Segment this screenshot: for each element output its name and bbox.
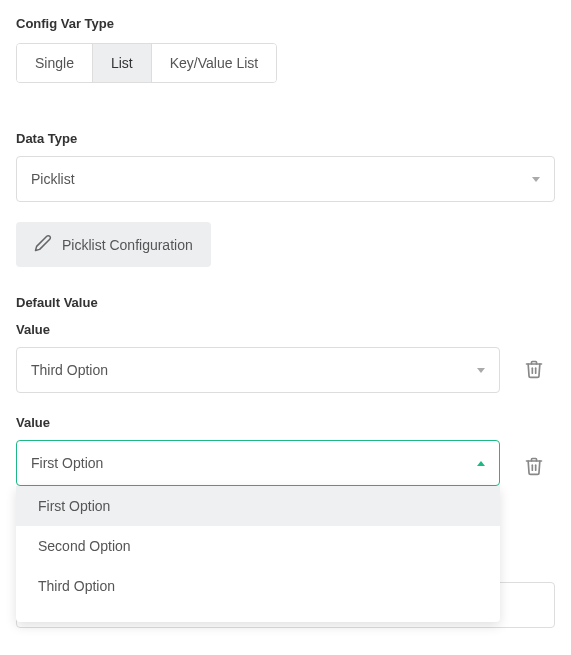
option-third[interactable]: Third Option — [16, 566, 500, 606]
config-var-type-toggle: Single List Key/Value List — [16, 43, 277, 83]
trash-icon — [524, 359, 544, 382]
value-block-2: Value First Option First Option Second O… — [16, 415, 555, 486]
option-second[interactable]: Second Option — [16, 526, 500, 566]
chevron-down-icon — [477, 368, 485, 373]
config-var-type-label: Config Var Type — [16, 16, 555, 31]
chevron-down-icon — [532, 177, 540, 182]
default-value-label: Default Value — [16, 295, 555, 310]
value-2-label: Value — [16, 415, 555, 430]
config-var-type-section: Config Var Type Single List Key/Value Li… — [16, 16, 555, 111]
picklist-configuration-label: Picklist Configuration — [62, 237, 193, 253]
value-1-selected: Third Option — [31, 362, 477, 378]
trash-icon — [524, 456, 544, 479]
value-2-selected: First Option — [31, 455, 477, 471]
pencil-icon — [34, 234, 52, 255]
chevron-up-icon — [477, 461, 485, 466]
segment-single[interactable]: Single — [17, 44, 93, 82]
data-type-section: Data Type Picklist — [16, 131, 555, 202]
value-2-dropdown: First Option Second Option Third Option — [16, 486, 500, 622]
value-1-label: Value — [16, 322, 555, 337]
delete-value-2-button[interactable] — [520, 452, 548, 483]
value-block-1: Value Third Option — [16, 322, 555, 393]
segment-kv[interactable]: Key/Value List — [152, 44, 276, 82]
data-type-label: Data Type — [16, 131, 555, 146]
delete-value-1-button[interactable] — [520, 355, 548, 386]
value-2-select[interactable]: First Option — [16, 440, 500, 486]
option-first[interactable]: First Option — [16, 486, 500, 526]
segment-list[interactable]: List — [93, 44, 152, 82]
value-1-select[interactable]: Third Option — [16, 347, 500, 393]
data-type-value: Picklist — [31, 171, 532, 187]
picklist-configuration-button[interactable]: Picklist Configuration — [16, 222, 211, 267]
data-type-select[interactable]: Picklist — [16, 156, 555, 202]
